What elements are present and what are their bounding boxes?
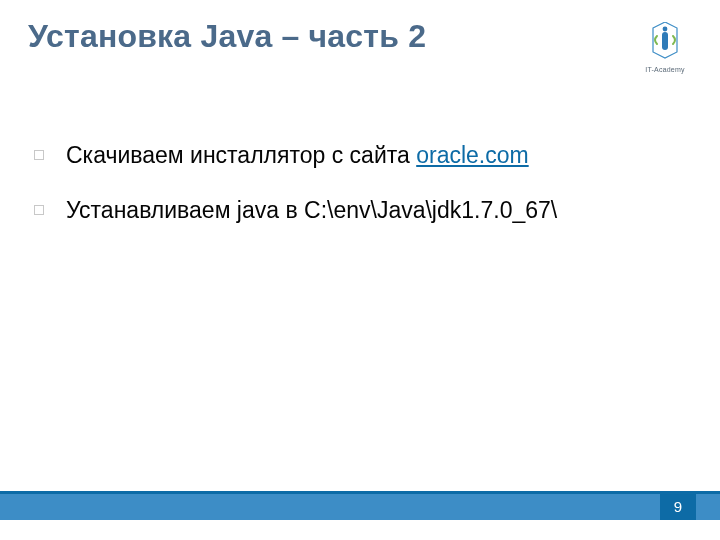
slide: Установка Java – часть 2 IT-Academy Скач… — [0, 0, 720, 540]
it-academy-icon — [647, 22, 683, 64]
page-title: Установка Java – часть 2 — [28, 18, 426, 55]
list-item-text: Скачиваем инсталлятор с сайта oracle.com — [66, 140, 690, 171]
list-item-text: Устанавливаем java в С:\env\Java\jdk1.7.… — [66, 195, 690, 226]
page-number: 9 — [660, 492, 696, 520]
bullet-marker-icon — [34, 205, 44, 215]
oracle-link[interactable]: oracle.com — [416, 142, 528, 168]
list-item: Скачиваем инсталлятор с сайта oracle.com — [34, 140, 690, 171]
svg-point-1 — [663, 27, 668, 32]
list-item: Устанавливаем java в С:\env\Java\jdk1.7.… — [34, 195, 690, 226]
bullet-marker-icon — [34, 150, 44, 160]
bullet-list: Скачиваем инсталлятор с сайта oracle.com… — [34, 140, 690, 250]
brand-logo-caption: IT-Academy — [640, 66, 690, 73]
brand-logo: IT-Academy — [640, 22, 690, 73]
footer-bar — [0, 494, 720, 520]
svg-rect-0 — [662, 32, 668, 50]
